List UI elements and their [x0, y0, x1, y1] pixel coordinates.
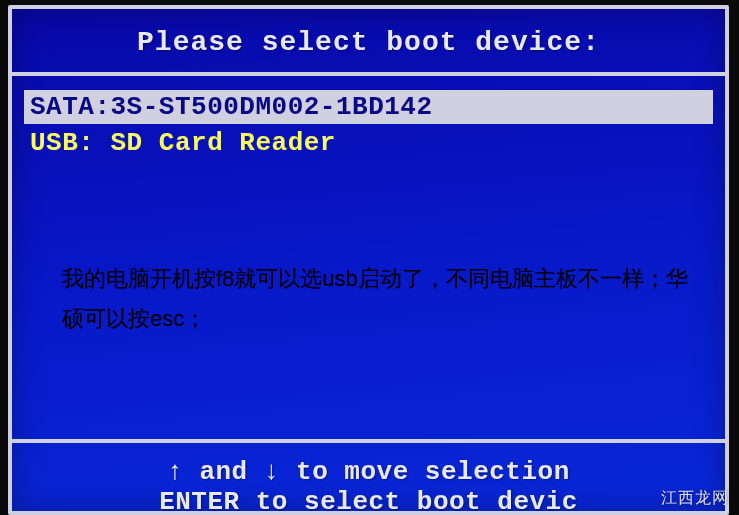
bios-boot-menu: Please select boot device: SATA:3S-ST500…: [8, 5, 729, 515]
footer-instruction-enter: ENTER to select boot devic: [12, 487, 725, 515]
bios-outer-frame: Please select boot device: SATA:3S-ST500…: [0, 0, 739, 515]
overlay-annotation-text: 我的电脑开机按f8就可以选usb启动了，不同电脑主板不一样；华硕可以按esc；: [62, 259, 695, 338]
boot-menu-footer: ↑ and ↓ to move selection ENTER to selec…: [12, 439, 725, 515]
boot-menu-header: Please select boot device:: [12, 9, 725, 76]
footer-instruction-arrows: ↑ and ↓ to move selection: [12, 457, 725, 487]
boot-device-list[interactable]: SATA:3S-ST500DM002-1BD142 USB: SD Card R…: [12, 76, 725, 176]
boot-device-usb[interactable]: USB: SD Card Reader: [24, 126, 713, 160]
watermark-text: 江西龙网: [661, 488, 729, 509]
boot-menu-title: Please select boot device:: [12, 27, 725, 58]
boot-device-sata[interactable]: SATA:3S-ST500DM002-1BD142: [24, 90, 713, 124]
